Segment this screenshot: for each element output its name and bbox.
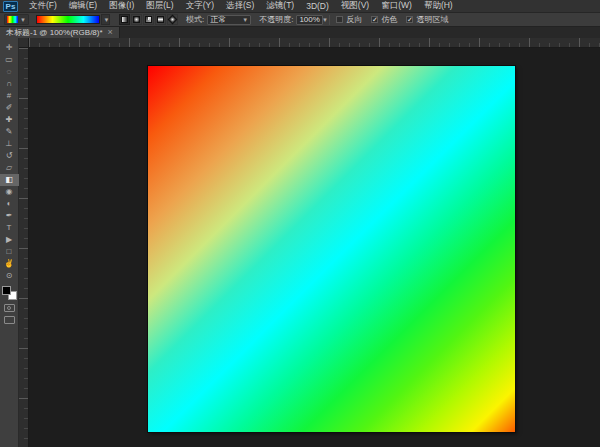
blend-mode-select[interactable]: 正常 ▼ [207, 15, 251, 25]
divider [329, 15, 330, 25]
horizontal-ruler[interactable] [29, 38, 600, 48]
tool-icon: ⊙ [6, 272, 13, 280]
dodge-tool[interactable]: ◐ [0, 198, 19, 210]
gradient-type-icon [157, 16, 164, 23]
reverse-checkbox[interactable]: 反向 [336, 14, 362, 25]
tools-panel: ✛ ▭ ◌ ∩ # ✐ ✚ ✎ ⊥ ↺ ▱ ◧ ◉ ◐ ✒ T [0, 38, 19, 447]
tool-icon: ◌ [7, 68, 12, 76]
tool-icon: ◧ [5, 176, 13, 184]
screen-mode-button[interactable] [4, 316, 15, 324]
tool-icon: □ [7, 248, 12, 256]
eraser-tool[interactable]: ▱ [0, 162, 19, 174]
close-icon[interactable]: × [108, 28, 113, 37]
foreground-color-swatch[interactable] [2, 286, 11, 295]
tool-options-bar: ▼ ▼ 模式: 正常 ▼ 不透明度: 100% ▼ 反向 [0, 13, 600, 27]
tool-icon: ✌ [4, 260, 14, 268]
menu-type[interactable]: 文字(Y) [180, 0, 220, 12]
chevron-down-icon: ▼ [242, 17, 248, 23]
path-selection-tool[interactable]: ▶ [0, 234, 19, 246]
tool-list: ✛ ▭ ◌ ∩ # ✐ ✚ ✎ ⊥ ↺ ▱ ◧ ◉ ◐ ✒ T [0, 42, 19, 282]
tool-icon: ✐ [6, 104, 13, 112]
document-tab-bar: 未标题-1 @ 100%(RGB/8)* × [0, 27, 600, 38]
dither-checkbox[interactable]: 仿色 [371, 14, 397, 25]
type-tool[interactable]: T [0, 222, 19, 234]
blend-mode-value: 正常 [210, 14, 226, 25]
radial-gradient-button[interactable] [131, 14, 142, 25]
tool-icon: ✎ [6, 128, 13, 136]
chevron-down-icon: ▼ [103, 17, 109, 23]
checkbox-box [406, 16, 413, 23]
blur-tool[interactable]: ◉ [0, 186, 19, 198]
tool-icon: ✚ [6, 116, 13, 124]
menus: 文件(F)编辑(E)图像(I)图层(L)文字(Y)选择(S)滤镜(T)3D(D)… [23, 0, 459, 12]
tool-icon: ▶ [6, 236, 12, 244]
hand-tool[interactable]: ✌ [0, 258, 19, 270]
tool-icon: ✒ [6, 212, 13, 220]
menu-select[interactable]: 选择(S) [220, 0, 260, 12]
tool-preset-picker[interactable]: ▼ [4, 14, 29, 25]
tool-icon: ✛ [6, 44, 13, 52]
tool-icon: ↺ [6, 152, 13, 160]
document-tab[interactable]: 未标题-1 @ 100%(RGB/8)* × [0, 27, 120, 38]
gradient-type-icon [168, 15, 178, 25]
linear-gradient-button[interactable] [119, 14, 130, 25]
chevron-down-icon: ▼ [322, 17, 328, 23]
tool-icon: ◉ [6, 188, 13, 196]
gradient-preview[interactable] [36, 15, 100, 24]
healing-brush-tool[interactable]: ✚ [0, 114, 19, 126]
menu-3d[interactable]: 3D(D) [300, 0, 335, 12]
gradient-type-icon [145, 16, 152, 23]
tool-icon: T [7, 224, 12, 232]
tool-icon: # [7, 92, 11, 100]
gradient-tool-thumb-icon [7, 16, 18, 23]
tool-icon: ∩ [6, 80, 12, 88]
tool-icon: ▱ [6, 164, 12, 172]
opacity-select[interactable]: 100% ▼ [296, 15, 323, 25]
gradient-tool[interactable]: ◧ [0, 174, 19, 186]
pen-tool[interactable]: ✒ [0, 210, 19, 222]
diamond-gradient-button[interactable] [167, 14, 178, 25]
mode-label: 模式: [186, 14, 204, 25]
gradient-option-checkboxes: 反向 仿色 透明区域 [336, 14, 448, 25]
marquee-tool[interactable]: ▭ [0, 54, 19, 66]
brush-tool[interactable]: ✎ [0, 126, 19, 138]
ruler-origin-corner[interactable] [19, 38, 29, 48]
crop-tool[interactable]: # [0, 90, 19, 102]
menu-bar: Ps 文件(F)编辑(E)图像(I)图层(L)文字(Y)选择(S)滤镜(T)3D… [0, 0, 600, 13]
history-brush-tool[interactable]: ↺ [0, 150, 19, 162]
tool-icon: ▭ [5, 56, 13, 64]
zoom-tool[interactable]: ⊙ [0, 270, 19, 282]
gradient-type-icon [121, 16, 128, 23]
opacity-label: 不透明度: [259, 14, 293, 25]
document-area [19, 38, 600, 447]
menu-image[interactable]: 图像(I) [103, 0, 140, 12]
clone-stamp-tool[interactable]: ⊥ [0, 138, 19, 150]
transparency-checkbox[interactable]: 透明区域 [406, 14, 448, 25]
menu-view[interactable]: 视图(V) [335, 0, 375, 12]
quick-selection-tool[interactable]: ∩ [0, 78, 19, 90]
chevron-down-icon: ▼ [20, 17, 26, 23]
checkbox-box [371, 16, 378, 23]
gradient-type-buttons [119, 14, 178, 25]
menu-help[interactable]: 帮助(H) [418, 0, 459, 12]
move-tool[interactable]: ✛ [0, 42, 19, 54]
gradient-picker-button[interactable]: ▼ [101, 14, 110, 25]
eyedropper-tool[interactable]: ✐ [0, 102, 19, 114]
menu-filter[interactable]: 滤镜(T) [260, 0, 300, 12]
gradient-type-icon [133, 16, 140, 23]
checkbox-label: 仿色 [381, 14, 397, 25]
quick-mask-button[interactable] [4, 304, 15, 312]
menu-layer[interactable]: 图层(L) [140, 0, 179, 12]
menu-window[interactable]: 窗口(W) [375, 0, 418, 12]
lasso-tool[interactable]: ◌ [0, 66, 19, 78]
tool-icon: ◐ [7, 200, 12, 208]
canvas[interactable] [148, 66, 515, 432]
vertical-ruler[interactable] [19, 48, 29, 447]
quick-mask-icon [7, 306, 11, 310]
reflected-gradient-button[interactable] [155, 14, 166, 25]
shape-tool[interactable]: □ [0, 246, 19, 258]
color-swatches [2, 286, 17, 300]
menu-edit[interactable]: 编辑(E) [63, 0, 103, 12]
menu-file[interactable]: 文件(F) [23, 0, 63, 12]
angle-gradient-button[interactable] [143, 14, 154, 25]
